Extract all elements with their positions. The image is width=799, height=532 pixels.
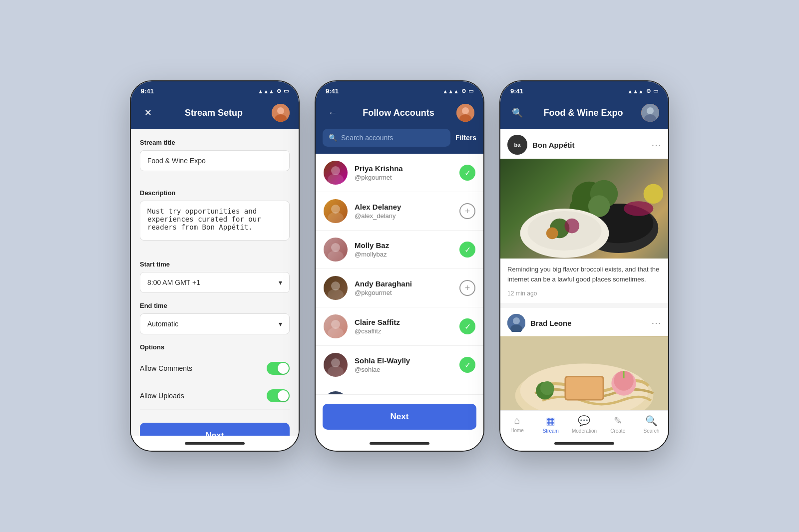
home-bar-2 xyxy=(370,442,429,445)
form-content: Stream title Description Must try opport… xyxy=(131,129,299,436)
end-time-value: Automatic xyxy=(147,320,178,328)
svg-point-58 xyxy=(540,381,554,395)
svg-point-40 xyxy=(644,184,664,204)
follow-check-button[interactable]: ✓ xyxy=(459,318,475,334)
next-button-1[interactable]: Next xyxy=(140,423,290,436)
more-icon-2[interactable]: ⋯ xyxy=(651,317,661,329)
allow-uploads-row: Allow Uploads xyxy=(140,382,290,410)
start-time-label: Start time xyxy=(140,261,290,268)
account-avatar xyxy=(324,314,348,338)
wifi-icon-3: ⊖ xyxy=(646,88,651,94)
time-1: 9:41 xyxy=(141,87,154,95)
follow-check-button[interactable]: ✓ xyxy=(459,165,475,181)
battery-icon-3: ▭ xyxy=(653,88,658,94)
svg-point-1 xyxy=(277,107,284,114)
description-label: Description xyxy=(140,189,290,197)
page-title-3: Food & Wine Expo xyxy=(544,108,623,118)
allow-comments-toggle[interactable] xyxy=(267,362,290,375)
home-indicator-3 xyxy=(500,436,668,451)
end-time-select[interactable]: Automatic ▾ xyxy=(140,313,290,334)
home-indicator-1 xyxy=(131,436,299,451)
follow-check-button[interactable]: ✓ xyxy=(459,357,475,373)
account-name: Sohla El-Waylly xyxy=(355,356,452,365)
start-time-select[interactable]: 8:00 AM GMT +1 ▾ xyxy=(140,272,290,293)
svg-point-45 xyxy=(546,228,558,240)
account-handle: @csaffitz xyxy=(355,327,452,335)
account-avatar xyxy=(324,353,348,377)
moderation-icon: 💬 xyxy=(578,415,590,427)
svg-point-44 xyxy=(564,219,579,234)
end-time-label: End time xyxy=(140,302,290,309)
home-indicator-2 xyxy=(316,436,483,451)
search-icon: 🔍 xyxy=(329,134,337,142)
nav-header-2: ← Follow Accounts xyxy=(316,99,483,129)
search-input-wrap[interactable]: 🔍 Search accounts xyxy=(323,129,450,147)
back-button[interactable]: ← xyxy=(325,105,341,121)
account-name: Molly Baz xyxy=(355,241,452,250)
list-item: Brad Leone @brad_leone ✓ xyxy=(316,384,483,394)
options-section: Options Allow Comments Allow Uploads xyxy=(140,343,290,410)
filters-button[interactable]: Filters xyxy=(455,134,476,142)
account-handle: @mollybaz xyxy=(355,251,452,258)
list-item: Sohla El-Waylly @sohlae ✓ xyxy=(316,346,483,384)
next-button-2[interactable]: Next xyxy=(323,404,476,430)
feed-name-2: Brad Leone xyxy=(530,319,572,327)
end-time-field: End time Automatic ▾ xyxy=(140,302,290,334)
account-avatar xyxy=(324,199,348,223)
avatar-2[interactable] xyxy=(456,104,474,122)
brad-avatar xyxy=(507,314,525,332)
account-info: Andy Baraghani @pkgourmet xyxy=(355,279,452,296)
allow-uploads-label: Allow Uploads xyxy=(140,392,184,400)
feed-card-1: ba Bon Appétit ⋯ xyxy=(500,129,668,303)
feed-name-1: Bon Appétit xyxy=(532,141,574,149)
svg-point-39 xyxy=(624,201,653,216)
account-info: Priya Krishna @pkgourmet xyxy=(355,164,452,181)
follow-check-button[interactable]: ✓ xyxy=(459,242,475,258)
svg-point-47 xyxy=(513,317,520,324)
home-bar-3 xyxy=(554,442,614,445)
feed-card-header-1: ba Bon Appétit ⋯ xyxy=(500,129,668,159)
account-handle: @pkgourmet xyxy=(355,174,452,181)
search-button[interactable]: 🔍 xyxy=(509,105,525,121)
phone-feed: 9:41 ▲▲▲ ⊖ ▭ 🔍 Food & Wine Expo xyxy=(499,80,669,452)
feed-author-2: Brad Leone xyxy=(507,314,572,332)
follow-plus-button[interactable]: + xyxy=(459,203,475,219)
svg-rect-53 xyxy=(566,377,602,399)
account-avatar xyxy=(324,238,348,262)
list-item: Molly Baz @mollybaz ✓ xyxy=(316,231,483,269)
more-icon-1[interactable]: ⋯ xyxy=(651,139,661,151)
stream-title-label: Stream title xyxy=(140,139,290,146)
tab-search[interactable]: 🔍 Search xyxy=(639,415,664,434)
tab-stream-label: Stream xyxy=(543,428,559,434)
page-title-2: Follow Accounts xyxy=(363,108,434,118)
follow-plus-button[interactable]: + xyxy=(459,280,475,296)
list-item: Claire Saffitz @csaffitz ✓ xyxy=(316,307,483,346)
avatar-3[interactable] xyxy=(641,104,659,122)
feed-content: ba Bon Appétit ⋯ xyxy=(500,129,668,410)
search-nav-icon: 🔍 xyxy=(512,107,523,118)
account-info: Sohla El-Waylly @sohlae xyxy=(355,356,452,373)
account-name: Alex Delaney xyxy=(355,203,452,211)
list-item: Priya Krishna @pkgourmet ✓ xyxy=(316,154,483,192)
list-item: Alex Delaney @alex_delany + xyxy=(316,192,483,231)
tab-create[interactable]: ✎ Create xyxy=(605,415,630,434)
stream-icon: ▦ xyxy=(546,415,555,427)
time-3: 9:41 xyxy=(510,87,523,95)
stream-title-field: Stream title xyxy=(140,139,290,180)
tab-home[interactable]: ⌂ Home xyxy=(505,415,530,434)
allow-uploads-toggle[interactable] xyxy=(267,389,290,402)
avatar-1[interactable] xyxy=(272,104,290,122)
stream-title-input[interactable] xyxy=(140,150,290,171)
account-name: Priya Krishna xyxy=(355,164,452,173)
description-input[interactable]: Must try opportunities and experiences c… xyxy=(140,201,290,241)
battery-icon-2: ▭ xyxy=(468,88,473,94)
tab-moderation[interactable]: 💬 Moderation xyxy=(572,415,597,434)
signal-icon-3: ▲▲▲ xyxy=(627,88,644,94)
home-bar-1 xyxy=(185,442,245,445)
feed-time-1: 12 min ago xyxy=(500,290,668,303)
accounts-list: Priya Krishna @pkgourmet ✓ Alex Delaney … xyxy=(316,154,483,394)
wifi-icon-1: ⊖ xyxy=(277,88,281,94)
close-button[interactable]: ✕ xyxy=(140,105,156,121)
tab-stream[interactable]: ▦ Stream xyxy=(538,415,563,434)
account-name: Andy Baraghani xyxy=(355,279,452,288)
